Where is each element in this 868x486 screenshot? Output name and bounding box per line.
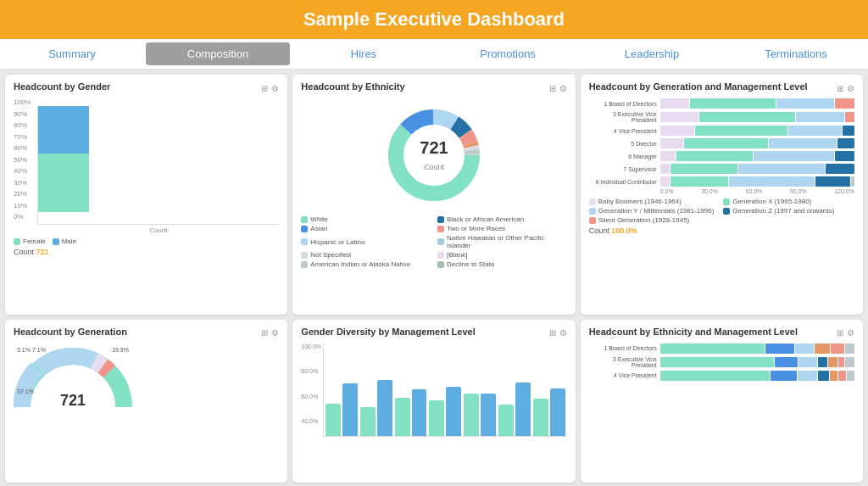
bar-group-1 <box>326 383 358 436</box>
bar-group-2 <box>360 380 392 436</box>
legend-nhpi: Native Hawaiian or Other Pacific Islande… <box>437 234 567 249</box>
filter-icon[interactable]: ⊞ <box>549 328 556 338</box>
nav-promotions[interactable]: Promotions <box>436 39 580 69</box>
filter-icon[interactable]: ⊞ <box>261 84 268 93</box>
row-director: 5 Director <box>589 138 854 148</box>
ethnicity-card: Headcount by Ethnicity ⊞ ⚙ <box>292 75 575 315</box>
eth-row-bod: 1 Board of Directors <box>589 344 854 354</box>
eth-mgmt-header: Headcount by Ethnicity and Management Le… <box>589 327 854 340</box>
navigation-bar: Summary Composition Hires Promotions Lea… <box>0 39 868 70</box>
legend-female: Female <box>14 237 46 245</box>
bar-group-7 <box>533 388 565 436</box>
app-container: Sample Executive Dashboard Summary Compo… <box>0 0 868 486</box>
gender-count-value: 721 <box>36 248 49 256</box>
page-title: Sample Executive Dashboard <box>303 8 565 30</box>
grouped-bar-area <box>323 344 567 437</box>
filter-icon[interactable]: ⊞ <box>837 84 843 93</box>
filter-icon[interactable]: ⊞ <box>261 328 268 338</box>
generation-icons: ⊞ ⚙ <box>261 328 279 338</box>
generation-title: Headcount by Generation <box>14 327 127 337</box>
bar-female <box>38 106 89 212</box>
legend-white: White <box>301 215 431 223</box>
legend-not-specified: Not Specified <box>301 251 431 259</box>
gen-total: 721 <box>60 392 86 410</box>
row-ic: 8 Individual Contributor <box>589 176 854 187</box>
male-color <box>53 238 59 245</box>
y-axis: 100% 90% 80% 70% 60% 50% 40% 30% 20% 10%… <box>14 98 31 234</box>
gen-mgmt-icons: ⊞ ⚙ <box>837 84 854 93</box>
gender-diversity-card: Gender Diversity by Management Level ⊞ ⚙… <box>292 320 575 483</box>
ethnicity-donut: 721 Count <box>379 100 489 210</box>
gender-div-icons: ⊞ ⚙ <box>549 328 567 338</box>
row-bod: 1 Board of Directors <box>589 98 854 109</box>
legend-aian: American Indian or Alaska Native <box>301 260 431 268</box>
gender-chart: 100% 90% 80% 70% 60% 50% 40% 30% 20% 10%… <box>14 98 279 234</box>
gen-management-card: Headcount by Generation and Management L… <box>581 75 863 315</box>
row-vp: 4 Vice President <box>589 126 854 136</box>
x-axis-labels: 0.0% 30.0% 60.0% 90.0% 120.0% <box>660 188 854 194</box>
ethnicity-legend: White Black or African American Asian Tw… <box>301 215 566 268</box>
row-supervisor: 7 Supervisor <box>589 164 854 174</box>
filter-icon[interactable]: ⊞ <box>549 84 556 93</box>
bar-group-3 <box>395 389 427 436</box>
x-axis-label: Count <box>37 226 279 234</box>
gen-mgmt-header: Headcount by Generation and Management L… <box>589 81 854 95</box>
eth-mgmt-chart: 1 Board of Directors 3 Executive Vice Pr… <box>589 344 854 381</box>
eth-row-vp: 4 Vice President <box>589 371 854 381</box>
generation-card: Headcount by Generation ⊞ ⚙ <box>5 320 287 483</box>
legend-hispanic: Hispanic or Latino <box>301 234 431 249</box>
nav-composition[interactable]: Composition <box>146 42 290 65</box>
legend-blank: [Blank] <box>437 251 567 259</box>
gender-div-chart-wrap: 100.0% 80.0% 60.0% 40.0% <box>301 344 566 437</box>
bar-group-6 <box>498 383 531 436</box>
y-axis: 100.0% 80.0% 60.0% 40.0% <box>301 344 321 437</box>
gender-card-header: Headcount by Gender ⊞ ⚙ <box>14 81 279 95</box>
nav-hires[interactable]: Hires <box>292 39 436 69</box>
ethnicity-total: 721 <box>420 138 448 158</box>
gender-div-header: Gender Diversity by Management Level ⊞ ⚙ <box>301 327 566 340</box>
donut-center: 721 Count <box>420 138 448 173</box>
gen-mgmt-legend: Baby Boomers (1946-1964) Generation X (1… <box>589 198 854 224</box>
bar-group-4 <box>429 387 461 436</box>
gen-mgmt-count: Count 100.0% <box>589 226 854 235</box>
settings-icon[interactable]: ⚙ <box>847 328 854 338</box>
legend-two-more: Two or More Races <box>437 225 567 232</box>
gender-card-title: Headcount by Gender <box>14 81 110 92</box>
ethnicity-total-sub: Count <box>424 163 444 171</box>
eth-mgmt-icons: ⊞ ⚙ <box>837 328 854 338</box>
nav-leadership[interactable]: Leadership <box>580 39 724 69</box>
legend-black: Black or African American <box>437 215 567 223</box>
gen-mgmt-title: Headcount by Generation and Management L… <box>589 81 808 92</box>
settings-icon[interactable]: ⚙ <box>271 328 279 338</box>
bar-area: Count <box>37 98 279 234</box>
generation-header: Headcount by Generation ⊞ ⚙ <box>14 327 279 340</box>
gen-mgmt-chart: 1 Board of Directors 3 Executive Vice Pr… <box>589 98 854 187</box>
legend-decline: Decline to State <box>437 260 567 268</box>
dashboard-grid: Headcount by Gender ⊞ ⚙ 100% 90% 80% 70%… <box>0 70 868 486</box>
legend-male: Male <box>53 237 76 245</box>
half-donut-wrap: 721 3.1% 7.1% 19.9% 37.1% <box>14 344 132 411</box>
legend-asian: Asian <box>301 225 431 232</box>
settings-icon[interactable]: ⚙ <box>559 328 567 338</box>
nav-summary[interactable]: Summary <box>0 39 144 69</box>
ethnicity-donut-container: 721 Count White Black or African America… <box>301 98 566 268</box>
row-manager: 6 Manager <box>589 151 854 161</box>
gen-mgmt-count-value: 100.0% <box>611 226 637 235</box>
generation-content: 721 3.1% 7.1% 19.9% 37.1% <box>14 344 279 411</box>
ethnicity-card-title: Headcount by Ethnicity <box>301 81 404 92</box>
gender-card: Headcount by Gender ⊞ ⚙ 100% 90% 80% 70%… <box>5 75 287 315</box>
ethnicity-card-icons: ⊞ ⚙ <box>549 84 567 93</box>
settings-icon[interactable]: ⚙ <box>271 84 279 93</box>
bar-chart <box>37 106 279 225</box>
ethnicity-mgmt-card: Headcount by Ethnicity and Management Le… <box>581 320 863 483</box>
nav-terminations[interactable]: Terminations <box>724 39 868 69</box>
bar-group-5 <box>464 394 496 436</box>
female-color <box>14 238 20 245</box>
gender-count: Count 721 <box>14 248 279 256</box>
settings-icon[interactable]: ⚙ <box>559 84 567 93</box>
filter-icon[interactable]: ⊞ <box>837 328 843 338</box>
gender-div-title: Gender Diversity by Management Level <box>301 327 475 337</box>
settings-icon[interactable]: ⚙ <box>847 84 854 93</box>
eth-mgmt-title: Headcount by Ethnicity and Management Le… <box>589 327 798 337</box>
row-evp: 3 Executive Vice President <box>589 111 854 123</box>
